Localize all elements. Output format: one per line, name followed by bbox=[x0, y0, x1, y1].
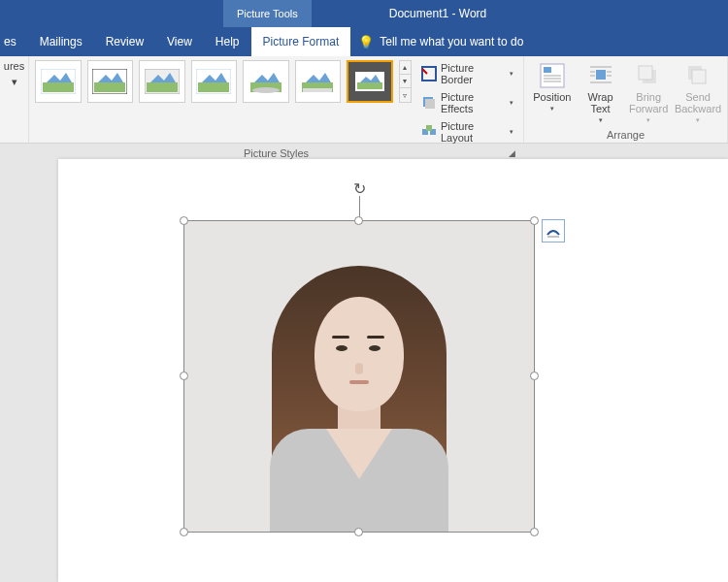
tell-me-label: Tell me what you want to do bbox=[380, 35, 523, 48]
title-bar: Picture Tools Document1 - Word bbox=[0, 0, 728, 27]
gallery-scroll-up[interactable]: ▴ bbox=[400, 61, 411, 75]
wrap-text-button[interactable]: WrapText▾ bbox=[579, 60, 623, 126]
lightbulb-icon: 💡 bbox=[358, 35, 374, 49]
tab-help[interactable]: Help bbox=[204, 27, 251, 56]
chevron-down-icon[interactable]: ▾ bbox=[12, 76, 17, 88]
tab-references-partial[interactable]: es bbox=[0, 27, 28, 56]
rotation-connector bbox=[359, 196, 360, 217]
tab-mailings[interactable]: Mailings bbox=[28, 27, 94, 56]
svg-point-10 bbox=[252, 87, 280, 93]
picture-style-2[interactable] bbox=[87, 60, 134, 103]
bring-forward-label: BringForward bbox=[629, 91, 668, 114]
group-left-partial: ures ▾ bbox=[0, 56, 29, 143]
picture-style-5[interactable] bbox=[243, 60, 289, 103]
picture-effects-button[interactable]: Picture Effects▾ bbox=[417, 89, 517, 116]
picture-style-6[interactable] bbox=[295, 60, 342, 103]
picture-layout-label: Picture Layout bbox=[441, 120, 504, 144]
svg-rect-5 bbox=[147, 82, 178, 92]
resize-handle-r[interactable] bbox=[530, 372, 539, 380]
picture-layout-button[interactable]: Picture Layout▾ bbox=[417, 118, 517, 146]
ribbon-tabs: es Mailings Review View Help Picture For… bbox=[0, 27, 728, 56]
picture-content bbox=[184, 221, 534, 532]
group-label-arrange: Arrange bbox=[530, 127, 721, 141]
document-title: Document1 - Word bbox=[389, 7, 486, 20]
picture-style-options: Picture Border▾ Picture Effects▾ Picture… bbox=[417, 60, 517, 146]
picture-style-4[interactable] bbox=[191, 60, 238, 103]
svg-rect-24 bbox=[544, 67, 551, 73]
wrap-text-icon bbox=[587, 62, 614, 89]
tab-review[interactable]: Review bbox=[94, 27, 155, 56]
position-button[interactable]: Position▾ bbox=[530, 60, 575, 114]
svg-rect-28 bbox=[596, 70, 606, 80]
svg-rect-38 bbox=[692, 70, 706, 83]
svg-rect-1 bbox=[43, 82, 74, 92]
picture-style-3[interactable] bbox=[139, 60, 185, 103]
rotation-handle[interactable]: ↻ bbox=[349, 178, 369, 198]
svg-rect-13 bbox=[303, 88, 332, 92]
svg-rect-22 bbox=[426, 125, 432, 131]
layout-options-chip[interactable] bbox=[542, 219, 565, 242]
group-label-picture-styles: Picture Styles ◢ bbox=[35, 146, 517, 159]
picture-border-icon bbox=[421, 66, 437, 81]
send-backward-label: SendBackward bbox=[675, 91, 721, 114]
position-icon bbox=[539, 62, 566, 89]
document-canvas[interactable]: ↻ bbox=[58, 159, 728, 582]
group-picture-styles: ▴ ▾ ▿ Picture Border▾ Picture Effects▾ P… bbox=[29, 56, 524, 143]
ribbon: ures ▾ ▴ ▾ ▿ Picture Border▾ bbox=[0, 56, 728, 144]
resize-handle-t[interactable] bbox=[354, 216, 363, 225]
tab-view[interactable]: View bbox=[155, 27, 204, 56]
layout-options-icon bbox=[546, 223, 561, 239]
svg-rect-19 bbox=[425, 99, 435, 109]
gallery-expand[interactable]: ▿ bbox=[400, 88, 411, 102]
svg-rect-36 bbox=[639, 66, 652, 80]
partial-button-label[interactable]: ures bbox=[4, 60, 24, 72]
picture-effects-icon bbox=[421, 95, 437, 111]
picture-effects-label: Picture Effects bbox=[441, 91, 504, 114]
resize-handle-l[interactable] bbox=[180, 372, 188, 380]
svg-rect-16 bbox=[357, 82, 382, 89]
send-backward-icon bbox=[684, 62, 711, 89]
picture-style-1[interactable] bbox=[35, 60, 82, 103]
contextual-tab-picture-tools: Picture Tools bbox=[223, 0, 312, 27]
picture-border-label: Picture Border bbox=[441, 62, 504, 85]
bring-forward-button[interactable]: BringForward▾ bbox=[626, 60, 671, 126]
wrap-text-label: WrapText bbox=[587, 91, 612, 114]
picture-border-button[interactable]: Picture Border▾ bbox=[417, 60, 517, 87]
dialog-launcher-icon[interactable]: ◢ bbox=[509, 148, 515, 158]
resize-handle-br[interactable] bbox=[530, 528, 539, 536]
style-gallery-scroller: ▴ ▾ ▿ bbox=[399, 60, 412, 103]
svg-rect-17 bbox=[422, 67, 436, 81]
gallery-scroll-down[interactable]: ▾ bbox=[400, 75, 411, 88]
resize-handle-tl[interactable] bbox=[180, 216, 188, 225]
picture-layout-icon bbox=[421, 124, 437, 140]
bring-forward-icon bbox=[635, 62, 662, 89]
svg-rect-7 bbox=[198, 82, 229, 92]
picture-style-7-selected[interactable] bbox=[347, 60, 393, 103]
selected-picture[interactable]: ↻ bbox=[184, 221, 534, 532]
tab-picture-format[interactable]: Picture Format bbox=[251, 27, 351, 56]
tell-me-search[interactable]: 💡 Tell me what you want to do bbox=[350, 27, 531, 56]
send-backward-button[interactable]: SendBackward▾ bbox=[675, 60, 721, 126]
svg-rect-3 bbox=[94, 82, 125, 92]
resize-handle-tr[interactable] bbox=[530, 216, 539, 225]
resize-handle-bl[interactable] bbox=[180, 528, 188, 536]
resize-handle-b[interactable] bbox=[354, 528, 363, 536]
position-label: Position bbox=[533, 91, 571, 103]
group-arrange: Position▾ WrapText▾ BringForward▾ SendBa… bbox=[524, 56, 728, 143]
